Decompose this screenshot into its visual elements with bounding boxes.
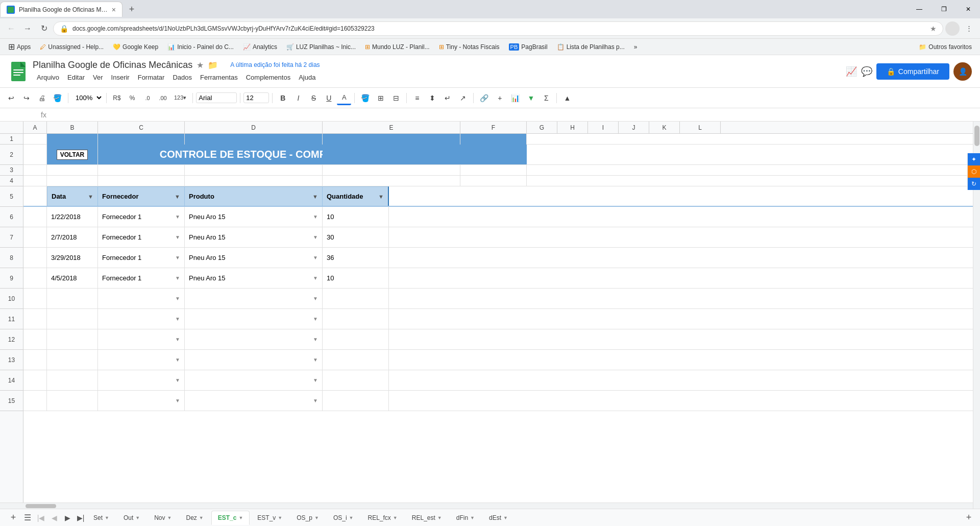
cell-a6[interactable] — [23, 207, 47, 227]
cell-rest-15[interactable] — [389, 391, 973, 411]
row-header-5[interactable]: 5 — [0, 186, 23, 207]
format123-button[interactable]: 123▾ — [171, 91, 189, 105]
sheet-tab-arrow-10[interactable]: ▼ — [470, 515, 475, 520]
dropdown-arrow-c15[interactable]: ▼ — [175, 398, 180, 403]
maximize-button[interactable]: ❐ — [932, 2, 955, 17]
print-button[interactable]: 🖨 — [35, 91, 49, 105]
new-tab-button[interactable]: + — [125, 2, 139, 16]
cell-d14[interactable]: ▼ — [185, 370, 323, 390]
cell-a7[interactable] — [23, 227, 47, 247]
cell-a3[interactable] — [23, 165, 47, 175]
sheet-tab-arrow-5[interactable]: ▼ — [278, 515, 282, 520]
dropdown-arrow-c6[interactable]: ▼ — [175, 214, 180, 220]
filter-icon-quantidade[interactable]: ▼ — [378, 194, 384, 200]
cell-d11[interactable]: ▼ — [185, 309, 323, 329]
cell-a12[interactable] — [23, 329, 47, 349]
address-bar[interactable]: 🔒 docs.google.com/spreadsheets/d/1NoUzbP… — [53, 21, 943, 36]
cell-d1[interactable] — [185, 134, 323, 145]
sheet-nav-prev-prev[interactable]: |◀ — [35, 512, 47, 524]
zoom-selector[interactable]: 100% — [71, 92, 103, 103]
cell-d4[interactable] — [185, 176, 323, 186]
row-header-7[interactable]: 7 — [0, 227, 23, 248]
fill-color-button[interactable]: 🪣 — [358, 91, 373, 105]
cell-c7[interactable]: Fornecedor 1 ▼ — [98, 227, 185, 247]
sheet-tab-arrow-7[interactable]: ▼ — [349, 515, 354, 520]
cell-e4[interactable] — [323, 176, 460, 186]
cell-e10[interactable] — [323, 289, 389, 308]
scrollbar-horizontal[interactable] — [0, 503, 973, 509]
col-header-quantidade[interactable]: Quantidade ▼ — [323, 186, 389, 206]
cell-b13[interactable] — [47, 350, 98, 370]
paint-format-button[interactable]: 🪣 — [50, 91, 65, 105]
extension-icon[interactable]: ⬡ — [968, 165, 980, 178]
cell-f3[interactable] — [460, 165, 527, 175]
dropdown-arrow-d15[interactable]: ▼ — [313, 398, 318, 403]
cell-c11[interactable]: ▼ — [98, 309, 185, 329]
bold-button[interactable]: B — [276, 91, 290, 105]
cell-a10[interactable] — [23, 289, 47, 308]
folder-icon[interactable]: 📁 — [208, 60, 218, 70]
cell-a11[interactable] — [23, 309, 47, 329]
menu-ver[interactable]: Ver — [89, 71, 107, 83]
cell-e3[interactable] — [323, 165, 460, 175]
cell-rest-6[interactable] — [389, 207, 973, 227]
dropdown-arrow-c9[interactable]: ▼ — [175, 275, 180, 281]
dropdown-arrow-c8[interactable]: ▼ — [175, 255, 180, 260]
row-header-10[interactable]: 10 — [0, 289, 23, 309]
sheet-tab-arrow-4[interactable]: ▼ — [238, 515, 243, 520]
dropdown-arrow-c7[interactable]: ▼ — [175, 234, 180, 240]
sync-icon[interactable]: ↻ — [968, 178, 980, 190]
col-header-b[interactable]: B — [47, 122, 98, 134]
cell-a5[interactable] — [23, 186, 47, 206]
cell-b7[interactable]: 2/7/2018 — [47, 227, 98, 247]
cell-c10[interactable]: ▼ — [98, 289, 185, 308]
row-header-15[interactable]: 15 — [0, 391, 23, 411]
cell-e15[interactable] — [323, 391, 389, 411]
forward-button[interactable]: → — [20, 21, 35, 36]
row-header-4[interactable]: 4 — [0, 176, 23, 186]
cell-c3[interactable] — [98, 165, 185, 175]
dropdown-arrow-c12[interactable]: ▼ — [175, 337, 180, 342]
menu-complementos[interactable]: Complementos — [242, 71, 295, 83]
row-header-13[interactable]: 13 — [0, 350, 23, 370]
menu-formatar[interactable]: Formatar — [134, 71, 169, 83]
bookmark-lista[interactable]: 📋 Lista de Planilhas p... — [553, 41, 629, 53]
dropdown-arrow-d12[interactable]: ▼ — [313, 337, 318, 342]
undo-button[interactable]: ↩ — [4, 91, 18, 105]
cell-e2[interactable] — [323, 145, 460, 164]
formula-input[interactable] — [53, 111, 976, 118]
user-avatar[interactable]: 👤 — [953, 62, 972, 81]
col-header-fornecedor[interactable]: Fornecedor ▼ — [98, 186, 185, 206]
refresh-button[interactable]: ↻ — [37, 21, 51, 36]
sheet-tab-out[interactable]: Out▼ — [117, 511, 146, 525]
tab-close-btn[interactable]: × — [112, 6, 116, 14]
minimize-button[interactable]: — — [908, 2, 931, 17]
strikethrough-button[interactable]: S — [306, 91, 321, 105]
dropdown-arrow-d11[interactable]: ▼ — [313, 316, 318, 322]
cell-d8[interactable]: Pneu Aro 15 ▼ — [185, 248, 323, 268]
cell-e11[interactable] — [323, 309, 389, 329]
font-name-selector[interactable] — [196, 92, 237, 103]
sheet-tab-set[interactable]: Set▼ — [87, 511, 116, 525]
sheet-nav-next[interactable]: ▶ — [61, 512, 74, 524]
cell-d15[interactable]: ▼ — [185, 391, 323, 411]
cell-b11[interactable] — [47, 309, 98, 329]
sheet-tab-arrow-3[interactable]: ▼ — [199, 515, 204, 520]
cell-e14[interactable] — [323, 370, 389, 390]
filter-button[interactable]: ▼ — [524, 91, 538, 105]
sheet-tab-est_v[interactable]: EST_v▼ — [251, 511, 289, 525]
sheet-list-button[interactable]: ☰ — [20, 511, 35, 525]
cell-rest-12[interactable] — [389, 329, 973, 349]
browser-tab[interactable]: Planilha Google de Oficinas Mec... × — [0, 2, 122, 17]
cell-b8[interactable]: 3/29/2018 — [47, 248, 98, 268]
cell-d10[interactable]: ▼ — [185, 289, 323, 308]
add-sheet-button[interactable]: + — [6, 511, 20, 525]
dropdown-arrow-d13[interactable]: ▼ — [313, 357, 318, 363]
col-header-f[interactable]: F — [460, 122, 527, 134]
sheet-tab-dfin[interactable]: dFin▼ — [450, 511, 481, 525]
extensions-btn[interactable]: ⋮ — [962, 21, 976, 36]
share-button[interactable]: 🔒 Compartilhar — [876, 63, 949, 80]
cell-e12[interactable] — [323, 329, 389, 349]
cell-a1[interactable] — [23, 134, 47, 145]
sheet-tab-dez[interactable]: Dez▼ — [179, 511, 210, 525]
